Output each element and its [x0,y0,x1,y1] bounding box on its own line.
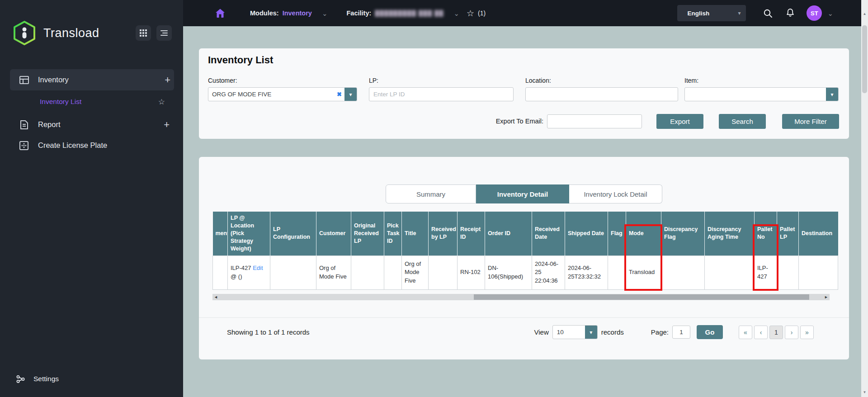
col-header-order-id: Order ID [485,212,532,255]
lp-label: LP: [369,77,378,84]
next-page-button[interactable]: › [785,326,798,339]
sidebar-item-inventory-list[interactable]: Inventory List ☆ [0,95,183,109]
home-icon [215,8,226,19]
search-icon [763,9,773,18]
lp-id-text: ILP-427 [231,265,251,271]
results-card: Summary Inventory Detail Inventory Lock … [199,157,849,359]
facility-value-redacted: █████████ ███ ██ [375,10,443,17]
table-footer: Showing 1 to 1 of 1 records View 10 ▾ re… [199,317,849,339]
vertical-scrollbar[interactable]: ▲ ▼ [861,0,868,397]
modules-label: Modules: [250,9,279,17]
page-size-value: 10 [553,329,585,336]
transload-logo-icon [13,20,36,46]
export-button[interactable]: Export [656,114,703,129]
vertical-scrollbar-thumb[interactable] [862,25,867,93]
last-page-button[interactable]: » [800,326,814,339]
go-button[interactable]: Go [697,325,723,339]
report-icon [19,120,29,130]
modules-value: Inventory [283,9,312,17]
page-number-input[interactable] [672,326,690,339]
cell-lp-location: ILP-427 Edit @ () [228,255,270,289]
sidebar-item-settings[interactable]: Settings [0,370,183,388]
customer-select[interactable]: ORG OF MODE FIVE ✖ ▾ [208,87,357,101]
apps-grid-button[interactable] [136,25,151,41]
cell-received-date: 2024-06-25 22:04:36 [532,255,565,289]
item-caret-button[interactable]: ▾ [826,88,838,101]
tab-summary[interactable]: Summary [386,184,476,203]
records-label: records [601,328,624,336]
user-avatar[interactable]: ST [807,5,822,21]
col-header-lp-configuration: LP Configuration [270,212,316,255]
customer-caret-button[interactable]: ▾ [344,88,357,101]
edit-link[interactable]: Edit [253,265,263,271]
collapse-sidebar-button[interactable] [156,25,172,41]
more-filter-button[interactable]: More Filter [782,114,839,129]
chevron-down-icon[interactable]: ⌄ [322,10,328,17]
sidebar-item-inventory[interactable]: Inventory + [10,69,174,90]
modules-dropdown[interactable]: Modules: Inventory ⌄ [250,9,327,17]
cell-flag [608,255,626,289]
first-page-button[interactable]: « [739,326,752,339]
page-title: Inventory List [208,54,273,66]
lp-suffix-text: @ () [231,273,242,280]
cell-order-id: DN-106(Shipped) [485,255,532,289]
clear-customer-icon[interactable]: ✖ [337,91,342,98]
inventory-add-button[interactable]: + [165,74,170,86]
cell-pallet-no: ILP-427 [755,255,777,289]
horizontal-scrollbar-thumb[interactable] [474,294,809,300]
horizontal-scrollbar[interactable]: ◄ ► [212,294,830,300]
top-navbar: Modules: Inventory ⌄ Facility: █████████… [183,0,861,26]
location-input[interactable] [526,88,678,101]
col-header-pallet-no: Pallet No [755,212,777,255]
report-add-button[interactable]: + [164,119,170,131]
chevron-down-icon[interactable]: ⌄ [453,10,459,17]
inventory-table: ment LP @ Location (Pick Strategy Weight… [212,212,838,290]
star-icon[interactable]: ☆ [467,9,474,18]
favorites-count: (1) [478,9,486,17]
current-page-button[interactable]: 1 [769,326,783,339]
language-select[interactable]: English ▾ [677,5,746,21]
table-header-row: ment LP @ Location (Pick Strategy Weight… [213,212,838,255]
tab-inventory-lock-detail[interactable]: Inventory Lock Detail [569,184,662,203]
sidebar-item-report[interactable]: Report + [0,114,183,135]
prev-page-button[interactable]: ‹ [754,326,768,339]
col-header-pallet-lp: Pallet LP [777,212,799,255]
notifications-button[interactable] [785,8,796,19]
cell-customer: Org of Mode Five [316,255,351,289]
export-email-input[interactable] [547,115,642,128]
search-filter-button[interactable]: Search [719,114,766,129]
customer-label: Customer: [208,77,237,84]
favorites-group[interactable]: ☆ (1) [467,9,486,18]
sidebar-subitem-label: Inventory List [40,98,81,106]
cell-pallet-lp [777,255,799,289]
inventory-table-wrap: ment LP @ Location (Pick Strategy Weight… [212,212,838,290]
sidebar-item-create-license-plate[interactable]: Create License Plate [0,135,183,156]
page-size-caret-button[interactable]: ▾ [585,326,597,339]
export-email-label: Export To Email: [470,118,543,125]
settings-label: Settings [33,375,59,383]
table-row: ILP-427 Edit @ () Org of Mode Five Org o… [213,255,838,289]
col-header-flag: Flag [608,212,626,255]
item-select[interactable]: ▾ [684,87,839,101]
page-size-select[interactable]: 10 ▾ [552,325,598,339]
sidebar: Transload [0,0,183,397]
item-label: Item: [684,77,698,84]
facility-dropdown[interactable]: Facility: █████████ ███ ██ ⌄ [346,9,459,17]
scroll-down-icon[interactable]: ▼ [861,390,868,394]
home-button[interactable] [215,7,226,19]
facility-label: Facility: [346,9,371,17]
pagination: « ‹ 1 › » [739,326,814,339]
lp-field-wrap [369,87,514,101]
scroll-right-icon[interactable]: ► [823,294,830,300]
scroll-left-icon[interactable]: ◄ [212,294,219,300]
scroll-up-icon[interactable]: ▲ [861,12,868,16]
col-header-receipt-id: Receipt ID [458,212,485,255]
col-header-original-received-lp: Original Received LP [351,212,384,255]
lp-input[interactable] [369,88,513,101]
favorite-star-icon[interactable]: ☆ [158,97,165,107]
cell-lp-configuration [270,255,316,289]
filters-card: Inventory List Customer: LP: Location: I… [199,48,849,139]
tab-inventory-detail[interactable]: Inventory Detail [476,184,569,203]
user-menu-chevron-icon[interactable]: ⌄ [827,10,833,17]
search-button[interactable] [762,8,773,19]
